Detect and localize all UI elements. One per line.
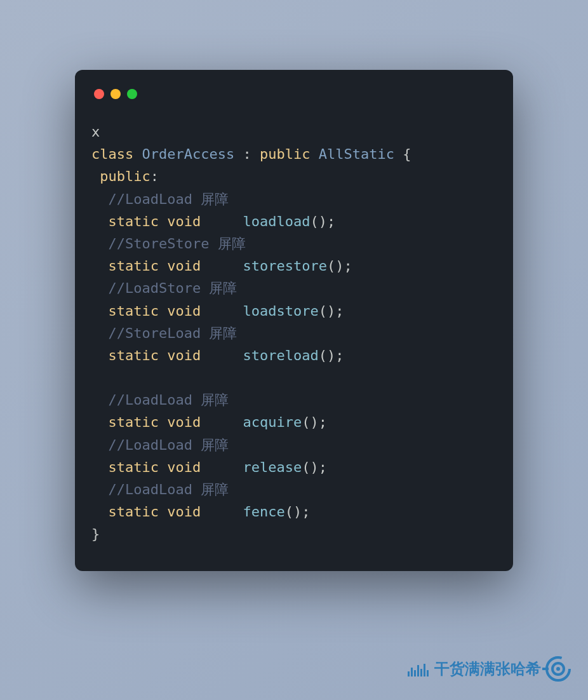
keyword-static: static — [109, 459, 159, 475]
fn-storeload: storeload — [243, 347, 318, 363]
keyword-void: void — [167, 414, 201, 430]
keyword-public: public — [260, 146, 310, 162]
watermark-text: 干货满满张哈希 — [434, 659, 541, 679]
keyword-void: void — [167, 504, 201, 520]
comment-fence: //LoadLoad 屏障 — [109, 481, 229, 497]
comment-loadstore: //LoadStore 屏障 — [109, 280, 237, 296]
watermark: 干货满满张哈希 — [411, 653, 574, 685]
fn-storestore: storestore — [243, 258, 326, 274]
close-icon[interactable] — [94, 89, 104, 99]
comment-acquire: //LoadLoad 屏障 — [109, 392, 229, 408]
svg-point-2 — [556, 667, 560, 671]
keyword-static: static — [109, 213, 159, 229]
code-window: x class OrderAccess : public AllStatic {… — [75, 70, 513, 571]
comment-storestore: //StoreStore 屏障 — [109, 236, 246, 252]
minimize-icon[interactable] — [110, 89, 121, 99]
call-punct: (); — [319, 303, 344, 319]
keyword-void: void — [167, 459, 201, 475]
fn-release: release — [243, 459, 302, 475]
brace-close: } — [91, 526, 100, 542]
call-punct: (); — [302, 414, 327, 430]
keyword-void: void — [167, 258, 201, 274]
parent-class: AllStatic — [319, 146, 394, 162]
keyword-static: static — [109, 504, 159, 520]
fn-fence: fence — [243, 504, 284, 520]
keyword-class: class — [91, 146, 133, 162]
keyword-void: void — [167, 347, 201, 363]
access-label: public — [100, 168, 150, 184]
maximize-icon[interactable] — [127, 89, 137, 99]
class-name: OrderAccess — [142, 146, 234, 162]
code-block: x class OrderAccess : public AllStatic {… — [91, 121, 497, 546]
colon: : — [243, 146, 251, 162]
comment-loadload: //LoadLoad 屏障 — [109, 191, 229, 207]
fn-loadload: loadload — [243, 213, 310, 229]
fn-loadstore: loadstore — [243, 303, 318, 319]
watermark-logo-icon — [542, 653, 574, 685]
call-punct: (); — [327, 258, 352, 274]
keyword-static: static — [109, 258, 159, 274]
brace-open: { — [403, 146, 411, 162]
comment-storeload: //StoreLoad 屏障 — [109, 325, 237, 341]
call-punct: (); — [310, 213, 335, 229]
keyword-void: void — [167, 303, 201, 319]
call-punct: (); — [319, 347, 344, 363]
call-punct: (); — [302, 459, 327, 475]
call-punct: (); — [285, 504, 311, 520]
keyword-static: static — [109, 347, 159, 363]
window-titlebar — [91, 89, 497, 99]
keyword-static: static — [109, 303, 159, 319]
keyword-void: void — [167, 213, 201, 229]
watermark-bars-icon — [408, 661, 433, 676]
comment-release: //LoadLoad 屏障 — [109, 437, 229, 453]
keyword-static: static — [109, 414, 159, 430]
colon: : — [150, 168, 159, 184]
code-text: x — [91, 124, 100, 140]
fn-acquire: acquire — [243, 414, 302, 430]
